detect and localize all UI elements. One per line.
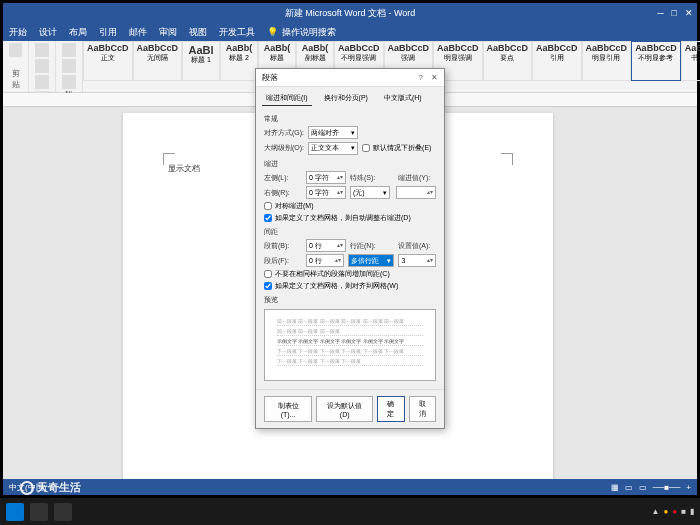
at-label: 设置值(A): [398, 241, 436, 251]
view-web-icon[interactable]: ▭ [639, 483, 647, 492]
titlebar: 新建 Microsoft Word 文档 - Word ─ □ ✕ [3, 3, 697, 23]
default-button[interactable]: 设为默认值(D) [316, 396, 373, 422]
tab-home[interactable]: 开始 [9, 26, 27, 39]
tray-icon[interactable]: ■ [681, 507, 686, 516]
bold-icon[interactable] [35, 43, 49, 57]
taskbar: ▲ ● ● ■ ▮ [0, 498, 700, 525]
view-read-icon[interactable]: ▭ [625, 483, 633, 492]
left-indent-label: 左侧(L): [264, 173, 302, 183]
menubar: 开始 设计 布局 引用 邮件 审阅 视图 开发工具 💡 操作说明搜索 [3, 23, 697, 41]
tray-icon[interactable]: ● [672, 507, 677, 516]
style-intense-quote[interactable]: AaBbCcD明显引用 [582, 41, 632, 81]
close-icon[interactable]: ✕ [685, 8, 693, 18]
tab-view[interactable]: 视图 [189, 26, 207, 39]
tab-chinese[interactable]: 中文版式(H) [380, 91, 426, 106]
tray-icon[interactable]: ● [663, 507, 668, 516]
zoom-slider[interactable]: ──■── [653, 483, 681, 492]
preview-box: 前一段落 前一段落 前一段落 前一段落 前一段落 前一段落 前一段落 前一段落 … [264, 309, 436, 381]
clipboard-label: 剪贴 [9, 68, 22, 90]
left-indent-input[interactable]: 0 字符▴▾ [306, 171, 346, 184]
margin-corner-tr [501, 153, 513, 165]
section-spacing: 间距 [264, 227, 436, 237]
section-general: 常规 [264, 114, 436, 124]
system-tray[interactable]: ▲ ● ● ■ ▮ [652, 507, 694, 516]
tab-references[interactable]: 引用 [99, 26, 117, 39]
align-select[interactable]: 两端对齐▾ [308, 126, 358, 139]
taskbar-app-icon[interactable] [54, 503, 72, 521]
tabs-button[interactable]: 制表位(T)... [264, 396, 312, 422]
help-icon[interactable]: ? [419, 73, 423, 82]
special-select[interactable]: (无)▾ [350, 186, 390, 199]
tab-review[interactable]: 审阅 [159, 26, 177, 39]
right-indent-input[interactable]: 0 字符▴▾ [306, 186, 346, 199]
at-input[interactable]: 3▴▾ [398, 254, 436, 267]
right-indent-label: 右侧(R): [264, 188, 302, 198]
tray-icon[interactable]: ▮ [690, 507, 694, 516]
collapse-checkbox[interactable] [362, 144, 370, 152]
tab-dev[interactable]: 开发工具 [219, 26, 255, 39]
style-subtle-ref[interactable]: AaBbCcD不明显参考 [631, 41, 681, 81]
outline-label: 大纲级别(O): [264, 143, 304, 153]
style-strong[interactable]: AaBbCcD要点 [483, 41, 533, 81]
dialog-titlebar[interactable]: 段落 ?✕ [256, 69, 444, 87]
italic-icon[interactable] [35, 59, 49, 73]
paragraph-dialog: 段落 ?✕ 缩进和间距(I) 换行和分页(P) 中文版式(H) 常规 对齐方式(… [255, 68, 445, 429]
style-nospacing[interactable]: AaBbCcD无间隔 [133, 41, 183, 81]
tab-mailings[interactable]: 邮件 [129, 26, 147, 39]
tell-me-search[interactable]: 💡 操作说明搜索 [267, 26, 336, 39]
line-spacing-select[interactable]: 多倍行距▾ [348, 254, 395, 267]
tab-line-breaks[interactable]: 换行和分页(P) [320, 91, 372, 106]
paste-icon[interactable] [9, 43, 22, 57]
line-spacing-label: 行距(N): [350, 241, 388, 251]
after-input[interactable]: 0 行▴▾ [306, 254, 344, 267]
align-label: 对齐方式(G): [264, 128, 304, 138]
minimize-icon[interactable]: ─ [657, 8, 663, 18]
style-book-title[interactable]: AaBbCcD书籍标题 [681, 41, 700, 81]
start-button[interactable] [6, 503, 24, 521]
style-normal[interactable]: AaBbCcD正文 [83, 41, 133, 81]
view-print-icon[interactable]: ▦ [611, 483, 619, 492]
taskbar-app-icon[interactable] [30, 503, 48, 521]
auto-adjust-checkbox[interactable] [264, 214, 272, 222]
watermark-icon [20, 481, 34, 495]
maximize-icon[interactable]: □ [672, 8, 677, 18]
zoom-value[interactable]: + [686, 483, 691, 492]
mirror-checkbox[interactable] [264, 202, 272, 210]
section-indent: 缩进 [264, 159, 436, 169]
dialog-close-icon[interactable]: ✕ [431, 73, 438, 82]
dialog-title: 段落 [262, 72, 278, 83]
before-label: 段前(B): [264, 241, 302, 251]
before-input[interactable]: 0 行▴▾ [306, 239, 346, 252]
snap-grid-checkbox[interactable] [264, 282, 272, 290]
title-text: 新建 Microsoft Word 文档 - Word [285, 7, 416, 20]
special-label: 特殊(S): [350, 173, 388, 183]
underline-icon[interactable] [35, 75, 49, 89]
tab-layout[interactable]: 布局 [69, 26, 87, 39]
outline-select[interactable]: 正文文本▾ [308, 142, 358, 155]
ok-button[interactable]: 确定 [377, 396, 404, 422]
style-quote[interactable]: AaBbCcD引用 [532, 41, 582, 81]
tray-up-icon[interactable]: ▲ [652, 507, 660, 516]
statusbar: 中文(中国) ▦ ▭ ▭ ──■── + [3, 479, 697, 495]
numbering-icon[interactable] [62, 59, 76, 73]
section-preview: 预览 [264, 295, 436, 305]
style-heading2[interactable]: AaBb(标题 2 [220, 41, 258, 81]
indent-by-input[interactable]: ▴▾ [396, 186, 436, 199]
watermark: 天奇生活 [20, 480, 81, 495]
align-icon[interactable] [62, 75, 76, 89]
style-heading1[interactable]: AaBl标题 1 [182, 41, 220, 81]
document-text: 显示文档 [168, 163, 200, 174]
cancel-button[interactable]: 取消 [409, 396, 436, 422]
after-label: 段后(F): [264, 256, 302, 266]
no-space-checkbox[interactable] [264, 270, 272, 278]
indent-by-label: 缩进值(Y): [398, 173, 436, 183]
bullets-icon[interactable] [62, 43, 76, 57]
tab-design[interactable]: 设计 [39, 26, 57, 39]
tab-indent-spacing[interactable]: 缩进和间距(I) [262, 91, 312, 106]
